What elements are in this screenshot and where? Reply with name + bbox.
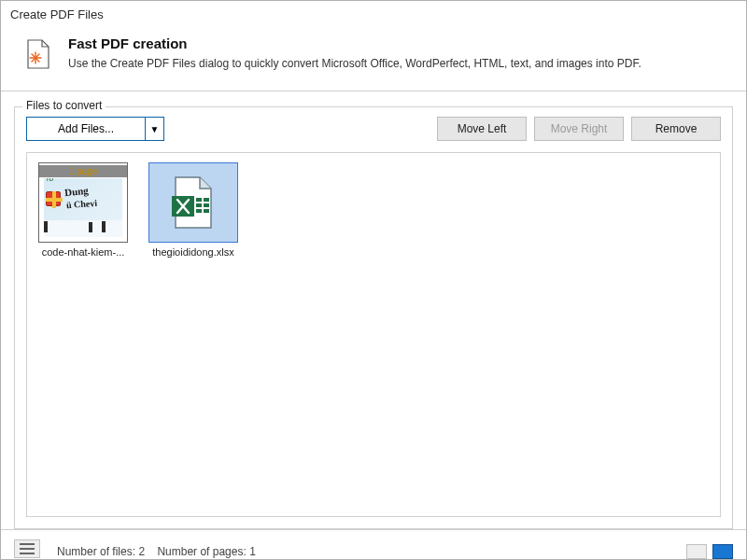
svg-rect-9 bbox=[196, 209, 202, 213]
header-text: Fast PDF creation Use the Create PDF Fil… bbox=[68, 35, 641, 70]
move-right-button: Move Right bbox=[534, 117, 624, 141]
add-files-split-button[interactable]: Add Files... ▼ bbox=[26, 117, 164, 141]
file-label: code-nhat-kiem-... bbox=[42, 246, 125, 258]
header-heading: Fast PDF creation bbox=[68, 35, 641, 51]
svg-rect-7 bbox=[196, 203, 202, 207]
view-mode-thumb-icon[interactable] bbox=[712, 544, 733, 559]
excel-file-icon bbox=[172, 175, 215, 230]
file-list-pane[interactable]: 1 page TD Dung ü Chevi code-nhat-kiem-..… bbox=[26, 152, 721, 517]
file-thumbnail[interactable]: 1 page TD Dung ü Chevi bbox=[38, 162, 128, 243]
body-area: Files to convert Add Files... ▼ Move Lef… bbox=[1, 91, 746, 529]
fieldset-legend: Files to convert bbox=[22, 99, 106, 112]
status-bar: Number of files: 2 Number of pages: 1 bbox=[1, 529, 746, 559]
view-toggle bbox=[686, 544, 733, 559]
toolbar: Add Files... ▼ Move Left Move Right Remo… bbox=[26, 117, 721, 141]
file-label: thegioididong.xlsx bbox=[152, 246, 233, 258]
svg-rect-8 bbox=[204, 203, 209, 207]
pdf-create-icon bbox=[25, 39, 51, 72]
chevron-down-icon: ▼ bbox=[150, 124, 160, 134]
svg-rect-5 bbox=[196, 198, 202, 202]
add-files-dropdown[interactable]: ▼ bbox=[145, 118, 163, 140]
add-files-button[interactable]: Add Files... bbox=[27, 118, 145, 140]
page-count-badge: 1 page bbox=[39, 165, 127, 177]
status-text: Number of files: 2 Number of pages: 1 bbox=[57, 545, 256, 558]
header: Fast PDF creation Use the Create PDF Fil… bbox=[1, 26, 746, 91]
image-preview: TD Dung ü Chevi bbox=[44, 178, 122, 237]
move-left-button[interactable]: Move Left bbox=[437, 117, 527, 141]
create-pdf-window: Create PDF Files Fast PDF creation Use t… bbox=[0, 0, 747, 560]
thumbnail-row: 1 page TD Dung ü Chevi code-nhat-kiem-..… bbox=[36, 162, 711, 258]
header-description: Use the Create PDF Files dialog to quick… bbox=[68, 57, 641, 70]
remove-button[interactable]: Remove bbox=[631, 117, 721, 141]
file-item[interactable]: 1 page TD Dung ü Chevi code-nhat-kiem-..… bbox=[36, 162, 130, 258]
right-buttons: Move Left Move Right Remove bbox=[437, 117, 721, 141]
hamburger-icon[interactable] bbox=[14, 539, 40, 558]
view-mode-list-icon[interactable] bbox=[686, 544, 707, 559]
svg-rect-10 bbox=[204, 209, 209, 213]
window-title: Create PDF Files bbox=[1, 1, 746, 26]
file-item[interactable]: thegioididong.xlsx bbox=[147, 162, 240, 258]
files-fieldset: Files to convert Add Files... ▼ Move Lef… bbox=[14, 106, 733, 529]
file-thumbnail-selected[interactable] bbox=[148, 162, 238, 243]
svg-rect-6 bbox=[204, 198, 209, 202]
